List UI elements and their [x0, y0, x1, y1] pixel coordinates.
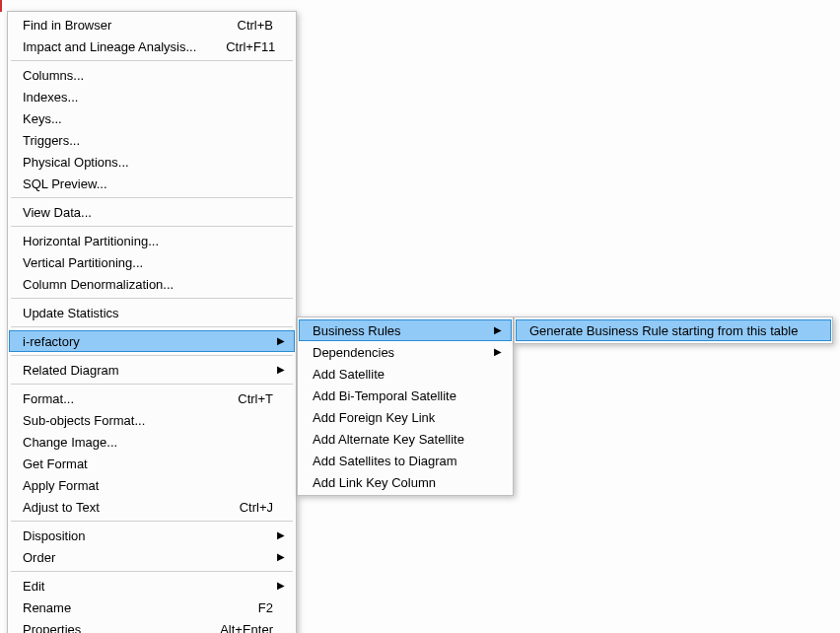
menu-keys[interactable]: Keys...	[9, 107, 295, 129]
window-edge-marker	[0, 0, 2, 12]
menu-item-shortcut: Ctrl+T	[194, 391, 273, 406]
submenu-arrow-icon: ▶	[273, 552, 285, 562]
submenu-arrow-icon: ▶	[273, 336, 285, 346]
menu-item-label: Columns...	[23, 68, 194, 83]
menu-item-label: Change Image...	[23, 435, 194, 450]
menu-item-label: Get Format	[23, 457, 194, 471]
menu-get-format[interactable]: Get Format	[9, 453, 295, 474]
submenu-business-rules: Generate Business Rule starting from thi…	[514, 316, 833, 344]
menu-columns[interactable]: Columns...	[9, 64, 295, 86]
menu-item-shortcut: Ctrl+B	[194, 18, 273, 33]
menu-item-label: Properties	[23, 622, 194, 634]
menu-physical-options[interactable]: Physical Options...	[9, 151, 295, 173]
menu-separator	[11, 60, 293, 61]
menu-add-satellites-to-diagram[interactable]: Add Satellites to Diagram	[299, 450, 512, 471]
menu-sub-objects-format[interactable]: Sub-objects Format...	[9, 409, 295, 431]
menu-separator	[11, 197, 293, 198]
menu-item-label: Keys...	[23, 111, 194, 126]
menu-disposition[interactable]: Disposition▶	[9, 525, 295, 546]
submenu-i-refactory: Business Rules▶Dependencies▶Add Satellit…	[297, 316, 514, 496]
submenu-arrow-icon: ▶	[273, 581, 285, 591]
menu-item-shortcut: F2	[194, 600, 273, 615]
menu-add-bi-temporal-satellite[interactable]: Add Bi-Temporal Satellite	[299, 385, 512, 406]
menu-i-refactory[interactable]: i-refactory▶	[9, 330, 295, 352]
menu-apply-format[interactable]: Apply Format	[9, 474, 295, 496]
menu-item-label: Vertical Partitioning...	[23, 255, 194, 270]
menu-order[interactable]: Order▶	[9, 546, 295, 568]
menu-separator	[11, 571, 293, 572]
menu-format[interactable]: Format...Ctrl+T	[9, 387, 295, 409]
menu-item-label: Rename	[23, 600, 194, 615]
menu-item-shortcut: Alt+Enter	[194, 622, 273, 634]
menu-related-diagram[interactable]: Related Diagram▶	[9, 359, 295, 381]
menu-item-label: SQL Preview...	[23, 176, 194, 191]
menu-separator	[11, 226, 293, 227]
menu-separator	[11, 521, 293, 522]
menu-adjust-to-text[interactable]: Adjust to TextCtrl+J	[9, 496, 295, 518]
menu-separator	[11, 355, 293, 356]
menu-item-label: Triggers...	[23, 133, 194, 148]
menu-separator	[11, 326, 293, 327]
menu-item-label: Update Statistics	[23, 306, 194, 320]
menu-item-label: Related Diagram	[23, 363, 273, 378]
menu-update-statistics[interactable]: Update Statistics	[9, 302, 295, 323]
menu-separator	[11, 384, 293, 385]
menu-item-label: Add Foreign Key Link	[313, 410, 435, 425]
menu-find-in-browser[interactable]: Find in BrowserCtrl+B	[9, 14, 295, 35]
menu-item-label: Physical Options...	[23, 155, 194, 170]
menu-item-label: i-refactory	[23, 334, 273, 349]
menu-item-label: Business Rules	[313, 323, 490, 338]
menu-properties[interactable]: PropertiesAlt+Enter	[9, 618, 295, 633]
menu-triggers[interactable]: Triggers...	[9, 129, 295, 151]
menu-item-label: Add Satellites to Diagram	[313, 454, 457, 468]
menu-item-label: Add Link Key Column	[313, 475, 436, 490]
menu-item-label: Find in Browser	[23, 18, 194, 33]
menu-item-label: Sub-objects Format...	[23, 413, 194, 428]
menu-item-label: Dependencies	[313, 345, 490, 360]
menu-item-shortcut: Ctrl+J	[194, 500, 273, 515]
menu-horizontal-partitioning[interactable]: Horizontal Partitioning...	[9, 230, 295, 251]
menu-generate-business-rule-from-table[interactable]: Generate Business Rule starting from thi…	[516, 319, 831, 341]
menu-item-label: Apply Format	[23, 478, 194, 493]
context-menu-main: Find in BrowserCtrl+BImpact and Lineage …	[7, 11, 297, 633]
menu-item-label: Add Alternate Key Satellite	[313, 432, 464, 447]
submenu-arrow-icon: ▶	[490, 347, 502, 357]
menu-dependencies[interactable]: Dependencies▶	[299, 341, 512, 363]
menu-sql-preview[interactable]: SQL Preview...	[9, 173, 295, 194]
menu-item-label: Impact and Lineage Analysis...	[23, 39, 196, 54]
menu-add-alternate-key-satellite[interactable]: Add Alternate Key Satellite	[299, 428, 512, 450]
menu-item-label: Format...	[23, 391, 194, 406]
menu-add-satellite[interactable]: Add Satellite	[299, 363, 512, 385]
menu-indexes[interactable]: Indexes...	[9, 86, 295, 107]
menu-item-label: Order	[23, 550, 273, 565]
menu-business-rules[interactable]: Business Rules▶	[299, 319, 512, 341]
menu-item-label: Add Satellite	[313, 367, 411, 382]
menu-rename[interactable]: RenameF2	[9, 597, 295, 618]
submenu-arrow-icon: ▶	[273, 365, 285, 375]
menu-item-shortcut: Ctrl+F11	[196, 39, 275, 54]
menu-item-label: Add Bi-Temporal Satellite	[313, 388, 456, 403]
menu-item-label: Indexes...	[23, 90, 194, 105]
menu-column-denormalization[interactable]: Column Denormalization...	[9, 273, 295, 295]
menu-add-foreign-key-link[interactable]: Add Foreign Key Link	[299, 406, 512, 428]
menu-item-label: Adjust to Text	[23, 500, 194, 515]
menu-item-label: Edit	[23, 579, 273, 594]
menu-separator	[11, 298, 293, 299]
submenu-arrow-icon: ▶	[273, 530, 285, 540]
menu-item-label: Column Denormalization...	[23, 277, 194, 292]
menu-vertical-partitioning[interactable]: Vertical Partitioning...	[9, 251, 295, 273]
menu-item-label: Disposition	[23, 528, 273, 543]
menu-item-label: Generate Business Rule starting from thi…	[529, 323, 798, 338]
menu-add-link-key-column[interactable]: Add Link Key Column	[299, 471, 512, 493]
menu-edit[interactable]: Edit▶	[9, 575, 295, 597]
submenu-arrow-icon: ▶	[490, 325, 502, 335]
menu-change-image[interactable]: Change Image...	[9, 431, 295, 453]
menu-item-label: View Data...	[23, 205, 194, 220]
menu-view-data[interactable]: View Data...	[9, 201, 295, 223]
menu-impact-lineage-analysis[interactable]: Impact and Lineage Analysis...Ctrl+F11	[9, 35, 295, 57]
menu-item-label: Horizontal Partitioning...	[23, 234, 194, 248]
